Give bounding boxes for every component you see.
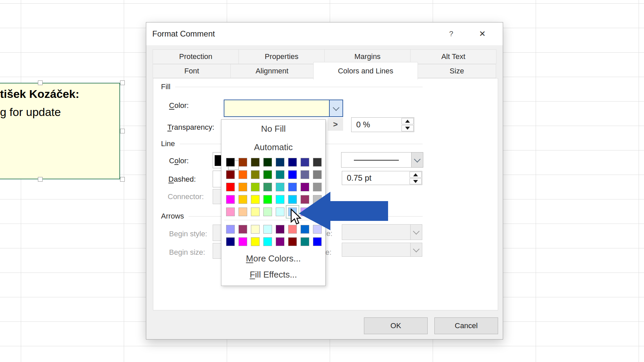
color-swatch[interactable] bbox=[263, 225, 272, 234]
color-swatch[interactable] bbox=[263, 195, 272, 204]
tab-properties[interactable]: Properties bbox=[238, 49, 325, 64]
transparency-spinner[interactable]: 0 % bbox=[351, 117, 414, 132]
color-swatch[interactable] bbox=[251, 195, 260, 204]
color-swatch[interactable] bbox=[238, 195, 247, 204]
line-style-dropdown-button[interactable] bbox=[411, 153, 423, 167]
no-fill-menu-item[interactable]: No Fill bbox=[221, 120, 325, 138]
line-preview-icon bbox=[354, 160, 398, 161]
dropdown-button bbox=[410, 225, 422, 240]
begin-style-combo bbox=[213, 225, 222, 241]
chevron-down-icon bbox=[413, 246, 420, 252]
close-button[interactable]: ✕ bbox=[475, 22, 490, 45]
dashed-label: Dashed: bbox=[168, 175, 196, 184]
comment-box[interactable]: tišek Kozáček: g for update bbox=[0, 83, 120, 179]
line-style-preview bbox=[341, 153, 411, 167]
line-color-label: Color: bbox=[169, 157, 189, 165]
spin-up-button[interactable] bbox=[410, 172, 422, 178]
fill-color-combo[interactable] bbox=[224, 100, 343, 117]
transparency-slider-right-arrow[interactable]: > bbox=[328, 118, 343, 131]
spin-up-button[interactable] bbox=[401, 118, 414, 124]
connector-combo bbox=[213, 189, 222, 204]
color-swatch[interactable] bbox=[238, 237, 247, 246]
fill-effects-menu-item[interactable]: Fill Effects... bbox=[221, 267, 325, 282]
line-weight-spinner[interactable]: 0.75 pt bbox=[342, 171, 422, 185]
fill-effects-label: Fill Effects... bbox=[250, 269, 297, 280]
line-style-combo[interactable] bbox=[341, 152, 423, 168]
color-swatch[interactable] bbox=[226, 183, 235, 191]
color-swatch[interactable] bbox=[301, 158, 309, 167]
selection-handle[interactable] bbox=[120, 177, 125, 182]
color-swatch[interactable] bbox=[263, 158, 272, 167]
selection-handle[interactable] bbox=[120, 129, 125, 133]
begin-size-combo bbox=[213, 243, 222, 259]
color-swatch[interactable] bbox=[238, 225, 247, 234]
tab-size[interactable]: Size bbox=[418, 64, 496, 78]
down-arrow-icon bbox=[405, 127, 410, 130]
selection-handle[interactable] bbox=[38, 80, 43, 85]
color-swatch[interactable] bbox=[288, 170, 297, 179]
fill-section-header: Fill bbox=[161, 82, 423, 91]
spin-down-button[interactable] bbox=[401, 125, 414, 131]
up-arrow-icon bbox=[413, 173, 418, 176]
automatic-menu-item[interactable]: Automatic bbox=[221, 138, 325, 157]
color-swatch[interactable] bbox=[276, 195, 284, 204]
color-swatch[interactable] bbox=[226, 195, 235, 204]
dashed-combo[interactable] bbox=[213, 171, 222, 187]
color-swatch[interactable] bbox=[263, 237, 272, 246]
color-swatch[interactable] bbox=[276, 225, 284, 234]
color-swatch[interactable] bbox=[251, 237, 260, 246]
transparency-value: 0 % bbox=[352, 118, 401, 132]
tab-alignment[interactable]: Alignment bbox=[230, 64, 314, 78]
up-arrow-icon bbox=[405, 120, 410, 123]
line-color-combo[interactable] bbox=[213, 152, 222, 168]
color-swatch[interactable] bbox=[276, 170, 284, 179]
more-colors-menu-item[interactable]: More Colors... bbox=[221, 251, 325, 266]
color-swatch[interactable] bbox=[313, 170, 322, 179]
color-swatch[interactable] bbox=[263, 207, 272, 216]
help-button[interactable]: ? bbox=[444, 22, 459, 45]
chevron-down-icon bbox=[413, 228, 420, 235]
cancel-button[interactable]: Cancel bbox=[434, 317, 498, 334]
selection-handle[interactable] bbox=[120, 80, 125, 85]
color-swatch[interactable] bbox=[226, 158, 235, 167]
color-swatch[interactable] bbox=[226, 225, 235, 234]
ok-button[interactable]: OK bbox=[364, 317, 428, 334]
dropdown-button bbox=[410, 243, 422, 256]
begin-style-label: Begin style: bbox=[169, 230, 207, 238]
spin-down-button[interactable] bbox=[410, 178, 422, 184]
section-rule bbox=[175, 87, 423, 87]
color-swatch[interactable] bbox=[226, 237, 235, 246]
color-swatch[interactable] bbox=[238, 207, 247, 216]
color-swatch[interactable] bbox=[301, 237, 309, 246]
color-swatch[interactable] bbox=[238, 183, 247, 191]
color-swatch[interactable] bbox=[301, 170, 309, 179]
color-swatch[interactable] bbox=[276, 183, 284, 191]
color-swatch[interactable] bbox=[238, 170, 247, 179]
color-swatch[interactable] bbox=[313, 158, 322, 167]
tab-colors-and-lines[interactable]: Colors and Lines bbox=[313, 62, 418, 79]
color-swatch[interactable] bbox=[251, 170, 260, 179]
color-swatch[interactable] bbox=[276, 237, 284, 246]
color-swatch[interactable] bbox=[251, 225, 260, 234]
color-swatch[interactable] bbox=[251, 158, 260, 167]
color-swatch[interactable] bbox=[263, 183, 272, 191]
color-swatch[interactable] bbox=[251, 183, 260, 191]
spin-buttons bbox=[401, 118, 414, 132]
color-swatch[interactable] bbox=[263, 170, 272, 179]
selection-handle[interactable] bbox=[38, 177, 43, 182]
tab-font[interactable]: Font bbox=[153, 64, 231, 78]
color-swatch[interactable] bbox=[276, 158, 284, 167]
begin-size-label: Begin size: bbox=[169, 248, 205, 257]
color-swatch[interactable] bbox=[251, 207, 260, 216]
color-swatch[interactable] bbox=[238, 158, 247, 167]
color-swatch[interactable] bbox=[226, 170, 235, 179]
chevron-down-icon bbox=[414, 156, 421, 163]
color-swatch[interactable] bbox=[288, 237, 297, 246]
color-swatch[interactable] bbox=[313, 237, 322, 246]
tab-protection[interactable]: Protection bbox=[153, 49, 239, 64]
tab-alt-text[interactable]: Alt Text bbox=[410, 49, 496, 64]
color-swatch[interactable] bbox=[226, 207, 235, 216]
color-swatch[interactable] bbox=[288, 158, 297, 167]
color-swatch[interactable] bbox=[276, 207, 284, 216]
fill-color-dropdown-button[interactable] bbox=[329, 100, 342, 116]
